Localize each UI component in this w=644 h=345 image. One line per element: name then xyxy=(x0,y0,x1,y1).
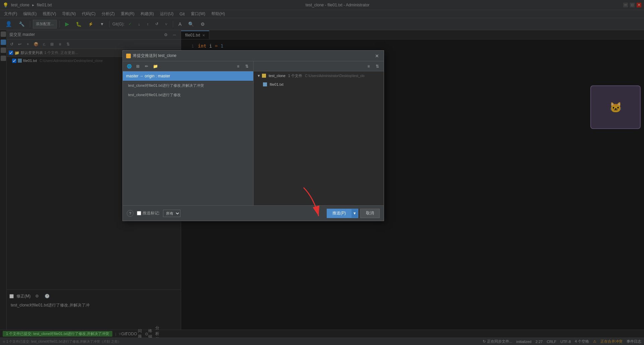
dialog-title-text: 将提交推送到 test_clone xyxy=(133,53,176,59)
cancel-button[interactable]: 取消 xyxy=(360,209,380,218)
push-tags-text: 推送标记: xyxy=(143,210,160,216)
footer-right: 推送(P) ▾ 取消 xyxy=(327,209,380,218)
dialog-right-panel: ≡ ⇅ ▼ test_clone 1 个文件 C:\Users\Administ… xyxy=(254,61,384,205)
commit-item-1[interactable]: test_clone对file01.txt进行了修改,并解决了冲突 xyxy=(123,81,253,90)
push-button-group: 推送(P) ▾ xyxy=(327,209,358,218)
file-tree-file01[interactable]: file01.txt xyxy=(254,80,384,89)
branch-item-label: master → origin : master xyxy=(126,74,170,78)
tag-select[interactable]: 所有 xyxy=(163,210,180,217)
repo-path: C:\Users\Administrator\Desktop\test_clo xyxy=(305,74,364,78)
tree-expand-icon: ▼ xyxy=(257,74,261,78)
right-filter-btn[interactable]: ⇅ xyxy=(374,63,381,70)
file-label: file01.txt xyxy=(270,82,283,86)
push-tags-checkbox[interactable] xyxy=(137,211,141,215)
dialog-filter[interactable]: ⇅ xyxy=(243,63,251,70)
repo-count: 1 个文件 xyxy=(288,73,302,78)
push-dialog: 将提交推送到 test_clone ✕ 🌐 ⊞ ✏ 📁 ≡ ⇅ xyxy=(122,50,384,221)
commit-item-2[interactable]: test_clone对file01.txt进行了修改 xyxy=(123,90,253,99)
commit-label-2: test_clone对file01.txt进行了修改 xyxy=(128,92,181,97)
branch-item-master[interactable]: master → origin : master xyxy=(123,71,253,81)
right-sort-btn[interactable]: ≡ xyxy=(365,63,372,70)
push-button[interactable]: 推送(P) xyxy=(327,209,352,218)
dialog-icon xyxy=(126,54,131,58)
dialog-right-toolbar: ≡ ⇅ xyxy=(254,61,384,71)
footer-left: ? 推送标记: 所有 xyxy=(127,210,180,217)
push-dropdown[interactable]: ▾ xyxy=(352,209,358,218)
file-tree-repo[interactable]: ▼ test_clone 1 个文件 C:\Users\Administrato… xyxy=(254,71,384,80)
dialog-add-remote[interactable]: 🌐 xyxy=(125,63,133,70)
dialog-grid[interactable]: ⊞ xyxy=(134,63,142,70)
dialog-left-panel: 🌐 ⊞ ✏ 📁 ≡ ⇅ master → origin : master tes… xyxy=(123,61,254,205)
dialog-footer: ? 推送标记: 所有 推送(P) ▾ 取消 xyxy=(123,205,384,221)
dialog-folder[interactable]: 📁 xyxy=(152,63,159,70)
help-button[interactable]: ? xyxy=(127,210,133,217)
folder-icon xyxy=(262,74,266,78)
dialog-title-bar: 将提交推送到 test_clone ✕ xyxy=(123,51,384,61)
file-icon-tree xyxy=(263,82,267,86)
commit-label-1: test_clone对file01.txt进行了修改,并解决了冲突 xyxy=(128,83,204,88)
dialog-body: 🌐 ⊞ ✏ 📁 ≡ ⇅ master → origin : master tes… xyxy=(123,61,384,205)
dialog-sort[interactable]: ≡ xyxy=(234,63,242,70)
repo-name: test_clone xyxy=(269,74,285,78)
dialog-title: 将提交推送到 test_clone xyxy=(126,53,176,59)
dialog-edit[interactable]: ✏ xyxy=(143,63,150,70)
push-tags-label[interactable]: 推送标记: xyxy=(137,210,160,216)
dialog-close-button[interactable]: ✕ xyxy=(374,53,380,59)
